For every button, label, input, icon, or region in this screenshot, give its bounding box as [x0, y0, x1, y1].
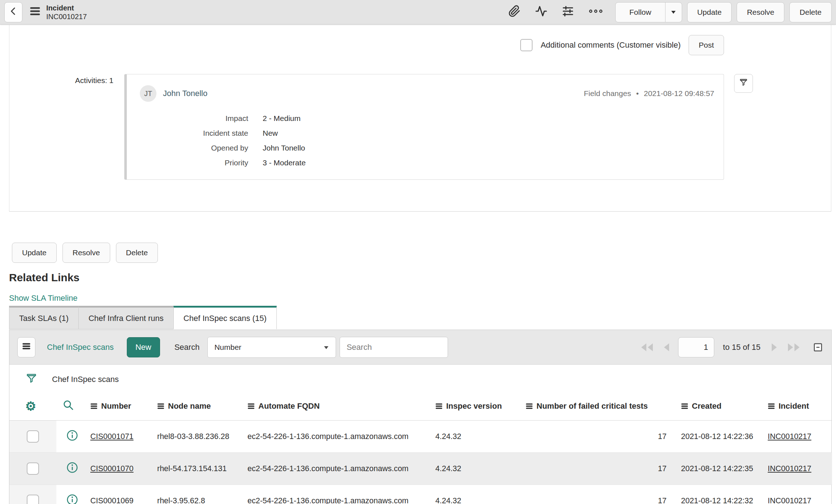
- list-title-link[interactable]: Chef InSpec scans: [47, 343, 114, 352]
- previous-page-icon[interactable]: [662, 343, 672, 352]
- column-search-icon[interactable]: [63, 404, 74, 413]
- row-select-checkbox[interactable]: [27, 430, 39, 443]
- field-label: Priority: [140, 158, 248, 167]
- automate-fqdn-cell: ec2-54-226-1-136.compute-1.amazonaws.com: [242, 485, 430, 504]
- column-header-number[interactable]: Number: [85, 394, 151, 421]
- field-value: John Tonello: [263, 144, 714, 152]
- post-button[interactable]: Post: [689, 35, 724, 55]
- field-changes-list: Impact 2 - Medium Incident state New Ope…: [140, 114, 714, 167]
- back-button[interactable]: [4, 2, 22, 22]
- activity-stream-icon[interactable]: [535, 5, 547, 19]
- column-menu-icon: [768, 403, 775, 410]
- column-header-failed-critical-tests[interactable]: Number of failed critical tests: [520, 394, 675, 421]
- table-row: CIS0001069 rhel-3.95.62.8 ec2-54-226-1-1…: [9, 485, 832, 504]
- scan-number-link[interactable]: CIS0001071: [90, 432, 134, 441]
- chevron-left-icon: [9, 6, 18, 18]
- record-type-label: Incident: [46, 4, 87, 12]
- field-value: 2 - Medium: [263, 114, 714, 123]
- record-preview-info-icon[interactable]: [66, 434, 78, 443]
- additional-comments-row: Additional comments (Customer visible) P…: [9, 25, 831, 55]
- activity-timestamp: 2021-08-12 09:48:57: [644, 89, 714, 98]
- table-row: CIS0001071 rhel8-03-3.88.236.28 ec2-54-2…: [9, 421, 832, 453]
- search-label: Search: [174, 343, 200, 352]
- first-page-icon[interactable]: [640, 343, 656, 352]
- collapse-list-icon[interactable]: [813, 342, 823, 353]
- attachment-paperclip-icon[interactable]: [508, 5, 521, 19]
- inspec-version-cell: 4.24.32: [430, 421, 520, 453]
- delete-button[interactable]: Delete: [116, 243, 158, 263]
- chef-inspec-scans-table: ⚙ Number Node name Automate FQDN Inspec …: [9, 394, 832, 504]
- follow-button[interactable]: Follow: [616, 3, 665, 22]
- record-preview-info-icon[interactable]: [66, 466, 78, 475]
- filter-funnel-icon[interactable]: [25, 373, 38, 387]
- breadcrumb[interactable]: Chef InSpec scans: [52, 375, 119, 384]
- failed-critical-tests-cell: 17: [520, 421, 675, 453]
- row-select-checkbox[interactable]: [27, 495, 39, 504]
- search-field-select[interactable]: Number: [207, 337, 336, 358]
- activity-entry-header: JT John Tonello Field changes • 2021-08-…: [140, 85, 714, 102]
- record-title: Incident INC0010217: [46, 4, 87, 21]
- list-menu-button[interactable]: [17, 337, 35, 357]
- follow-split-button: Follow: [615, 2, 682, 22]
- column-header-automate-fqdn[interactable]: Automate FQDN: [242, 394, 430, 421]
- row-select-checkbox[interactable]: [27, 462, 39, 475]
- chef-inspec-scans-list: Chef InSpec scans New Search Number to 1…: [9, 330, 832, 504]
- delete-button-header[interactable]: Delete: [789, 2, 832, 22]
- failed-critical-tests-cell: 17: [520, 485, 675, 504]
- personalize-form-sliders-icon[interactable]: [562, 5, 574, 19]
- scan-number-link[interactable]: CIS0001070: [90, 464, 134, 473]
- list-breadcrumb-row: Chef InSpec scans: [9, 365, 831, 394]
- scan-number-link[interactable]: CIS0001069: [90, 496, 134, 504]
- tab-task-slas[interactable]: Task SLAs (1): [9, 306, 79, 329]
- resolve-button-header[interactable]: Resolve: [737, 2, 784, 22]
- additional-comments-checkbox[interactable]: [520, 39, 533, 51]
- next-page-icon[interactable]: [769, 343, 779, 352]
- show-sla-timeline-link[interactable]: Show SLA Timeline: [9, 294, 79, 303]
- list-settings-gear-icon[interactable]: ⚙: [25, 399, 36, 413]
- more-options-ellipsis-icon[interactable]: [589, 8, 603, 17]
- list-pagination: to 15 of 15: [640, 337, 823, 357]
- update-button[interactable]: Update: [12, 243, 57, 263]
- incident-link[interactable]: INC0010217: [768, 464, 811, 473]
- list-search-input[interactable]: [340, 337, 448, 358]
- automate-fqdn-cell: ec2-54-226-1-136.compute-1.amazonaws.com: [242, 453, 430, 485]
- failed-critical-tests-cell: 17: [520, 453, 675, 485]
- context-menu-icon[interactable]: [30, 6, 40, 18]
- field-label: Impact: [140, 114, 248, 123]
- tab-chef-infra-client-runs[interactable]: Chef Infra Client runs: [78, 306, 174, 329]
- last-page-icon[interactable]: [785, 343, 801, 352]
- form-header-bar: Incident INC0010217 Follow: [0, 0, 836, 25]
- tab-chef-inspec-scans[interactable]: Chef InSpec scans (15): [173, 306, 277, 329]
- field-label: Incident state: [140, 129, 248, 138]
- automate-fqdn-cell: ec2-54-226-1-136.compute-1.amazonaws.com: [242, 421, 430, 453]
- column-menu-icon: [526, 403, 533, 410]
- incident-link[interactable]: INC0010217: [768, 496, 811, 504]
- activity-filter-button[interactable]: [734, 74, 753, 93]
- column-header-incident[interactable]: Incident: [762, 394, 832, 421]
- activity-entry-card: JT John Tonello Field changes • 2021-08-…: [124, 74, 724, 180]
- hamburger-icon: [22, 342, 31, 353]
- servicenow-incident-page: Incident INC0010217 Follow: [0, 0, 836, 504]
- column-menu-icon: [90, 403, 98, 410]
- resolve-button[interactable]: Resolve: [63, 243, 110, 263]
- activity-author[interactable]: John Tonello: [163, 89, 207, 98]
- record-number-label: INC0010217: [46, 12, 87, 21]
- column-menu-icon: [247, 403, 255, 410]
- inspec-version-cell: 4.24.32: [430, 453, 520, 485]
- incident-link[interactable]: INC0010217: [768, 432, 811, 441]
- row-range-label: to 15 of 15: [723, 343, 760, 352]
- field-value: 3 - Moderate: [263, 158, 714, 167]
- form-action-buttons: Update Resolve Delete: [12, 243, 158, 263]
- record-preview-info-icon[interactable]: [66, 499, 78, 504]
- activities-row: Activities: 1 JT John Tonello Field chan…: [9, 74, 831, 180]
- column-header-inspec-version[interactable]: Inspec version: [430, 394, 520, 421]
- new-record-button[interactable]: New: [127, 337, 160, 357]
- follow-dropdown-button[interactable]: [665, 3, 682, 22]
- column-header-node-name[interactable]: Node name: [151, 394, 242, 421]
- related-links-title: Related Links: [9, 271, 79, 284]
- header-button-group: Follow Update Resolve Delete: [615, 2, 832, 22]
- update-button-header[interactable]: Update: [687, 2, 732, 22]
- column-header-created[interactable]: Created: [675, 394, 762, 421]
- current-page-input[interactable]: [678, 337, 714, 357]
- table-header-row: ⚙ Number Node name Automate FQDN Inspec …: [9, 394, 832, 421]
